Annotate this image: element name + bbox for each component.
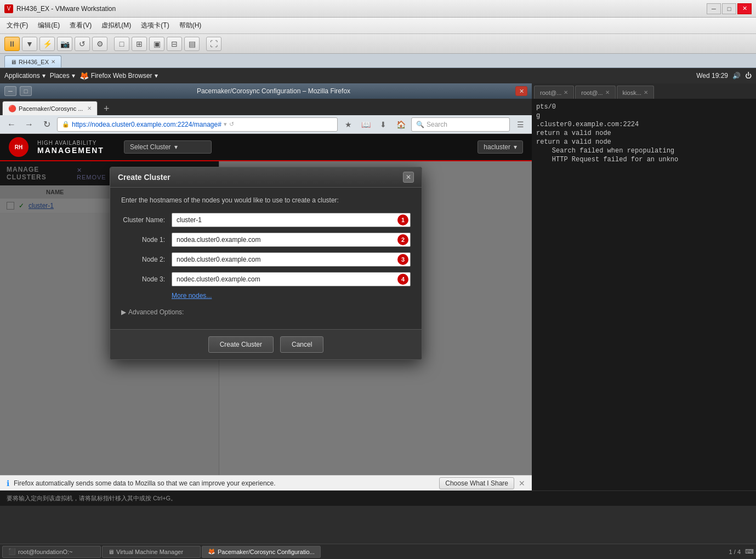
menu-tabs[interactable]: 选项卡(T) xyxy=(137,19,173,32)
menu-vm[interactable]: 虚拟机(M) xyxy=(97,19,135,32)
ff-maximize-btn[interactable]: □ xyxy=(20,86,32,96)
firefox-label: Firefox Web Browser xyxy=(91,72,152,80)
view-tabs[interactable]: ⊞ xyxy=(132,37,147,51)
snapshot-button[interactable]: 📷 xyxy=(57,37,72,51)
terminal-taskbar-icon: ⬛ xyxy=(8,548,16,555)
vm-tab-bar: 🖥 RH436_EX ✕ xyxy=(0,54,756,68)
cancel-button[interactable]: Cancel xyxy=(280,336,323,353)
cluster-name-input[interactable] xyxy=(172,213,411,227)
pacemaker-tab-close[interactable]: ✕ xyxy=(87,105,92,111)
pause-button[interactable]: ⏸ xyxy=(4,37,20,51)
kiosk-tab-close[interactable]: ✕ xyxy=(644,89,648,95)
dialog-title-bar: Create Cluster ✕ xyxy=(110,167,422,188)
menu-hamburger-btn[interactable]: ☰ xyxy=(513,117,527,132)
node2-input[interactable] xyxy=(172,252,411,267)
taskbar-firefox[interactable]: 🦊 Pacemaker/Corosync Configuratio... xyxy=(202,546,321,558)
menu-edit[interactable]: 编辑(E) xyxy=(33,19,64,32)
cluster-select-chevron-icon: ▾ xyxy=(174,143,178,151)
new-tab-button[interactable]: + xyxy=(100,102,113,115)
refresh-button[interactable]: ↻ xyxy=(39,117,54,132)
firefox-window: ─ □ Pacemaker/Corosync Configuration – M… xyxy=(0,83,532,490)
vmm-taskbar-label: Virtual Machine Manager xyxy=(116,549,183,555)
fullscreen-button[interactable]: ⛶ xyxy=(206,37,221,51)
ha-cluster-pill[interactable]: hacluster ▾ xyxy=(478,140,523,154)
close-button[interactable]: ✕ xyxy=(737,3,752,14)
firefox-tab-pacemaker[interactable]: 🔴 Pacemaker/Corosync ... ✕ xyxy=(2,101,98,115)
firefox-tabbar: 🔴 Pacemaker/Corosync ... ✕ + xyxy=(0,99,532,115)
ff-close-btn[interactable]: ✕ xyxy=(515,86,527,96)
gnome-firefox-menu[interactable]: 🦊 Firefox Web Browser ▾ xyxy=(79,71,158,80)
taskbar: ⬛ root@foundationO:~ 🖥 Virtual Machine M… xyxy=(0,544,756,559)
maximize-button[interactable]: □ xyxy=(722,3,736,14)
firefox-titlebar: ─ □ Pacemaker/Corosync Configuration – M… xyxy=(0,83,532,99)
ff-minimize-btn[interactable]: ─ xyxy=(4,86,16,96)
dialog-close-button[interactable]: ✕ xyxy=(403,172,414,183)
places-chevron-icon: ▾ xyxy=(72,72,75,80)
back-button[interactable]: ← xyxy=(4,117,19,132)
view-normal[interactable]: □ xyxy=(114,37,129,51)
more-nodes-link[interactable]: More nodes... xyxy=(172,292,411,300)
power-icon[interactable]: ⏻ xyxy=(745,72,752,80)
terminal-tab-root2[interactable]: root@... ✕ xyxy=(575,86,615,99)
power-button[interactable]: ⚡ xyxy=(39,37,55,51)
terminal-line-9: return a valid node xyxy=(536,138,752,146)
gnome-applications-menu[interactable]: Applications ▾ xyxy=(4,72,46,80)
menu-view[interactable]: 查看(V) xyxy=(65,19,96,32)
home-reader-btn[interactable]: 📖 xyxy=(359,117,373,132)
home-btn[interactable]: 🏠 xyxy=(394,117,408,132)
choose-what-share-button[interactable]: Choose What I Share xyxy=(439,477,514,489)
view-full2[interactable]: ⊟ xyxy=(167,37,182,51)
firefox-taskbar-icon: 🦊 xyxy=(208,548,215,555)
dialog-body: Enter the hostnames of the nodes you wou… xyxy=(110,188,422,329)
cluster-name-row: Cluster Name: 1 xyxy=(121,213,411,227)
url-text: https://nodea.cluster0.example.com:2224/… xyxy=(72,121,221,128)
vmware-logo: V xyxy=(4,4,13,13)
step-4-badge: 4 xyxy=(397,274,408,285)
ha-title-area: HIGH AVAILABILITY MANAGEMENT xyxy=(37,140,104,155)
search-bar[interactable]: 🔍 Search xyxy=(411,117,510,132)
vm-tab-rh436[interactable]: 🖥 RH436_EX ✕ xyxy=(4,55,61,67)
terminal-tab-root1[interactable]: root@... ✕ xyxy=(534,86,574,99)
bookmark-star-btn[interactable]: ★ xyxy=(341,117,355,132)
firefox-icon: 🦊 xyxy=(79,71,89,80)
taskbar-terminal[interactable]: ⬛ root@foundationO:~ xyxy=(2,546,101,558)
toolbar-dropdown[interactable]: ▼ xyxy=(22,37,37,51)
node1-input-wrap: 2 xyxy=(172,233,411,247)
terminal-content[interactable]: pts/0 g .cluster0.example.com:2224 retur… xyxy=(532,99,756,490)
dialog-title: Create Cluster xyxy=(118,173,170,182)
terminal-line-1: pts/0 xyxy=(536,103,752,111)
step-1-badge: 1 xyxy=(397,214,408,225)
ha-cluster-select[interactable]: Select Cluster ▾ xyxy=(124,140,212,154)
settings-button[interactable]: ⚙ xyxy=(92,37,107,51)
download-btn[interactable]: ⬇ xyxy=(376,117,390,132)
root1-tab-close[interactable]: ✕ xyxy=(564,89,568,95)
node3-label: Node 3: xyxy=(121,275,165,283)
create-cluster-button[interactable]: Create Cluster xyxy=(208,336,274,353)
node1-input[interactable] xyxy=(172,233,411,247)
menu-help[interactable]: 帮助(H) xyxy=(175,19,206,32)
root1-tab-label: root@... xyxy=(540,89,561,96)
taskbar-vmm[interactable]: 🖥 Virtual Machine Manager xyxy=(102,546,201,558)
revert-button[interactable]: ↺ xyxy=(75,37,90,51)
terminal-tab-kiosk[interactable]: kiosk... ✕ xyxy=(617,86,654,99)
firefox-infobar: ℹ Firefox automatically sends some data … xyxy=(0,475,532,490)
volume-icon: 🔊 xyxy=(732,72,741,80)
advanced-options-toggle[interactable]: ▶ Advanced Options: xyxy=(121,308,411,316)
vm-tab-close[interactable]: ✕ xyxy=(51,59,55,65)
url-bar[interactable]: 🔒 https://nodea.cluster0.example.com:222… xyxy=(57,117,338,132)
cluster-name-label: Cluster Name: xyxy=(121,216,165,224)
view-full3[interactable]: ▤ xyxy=(184,37,200,51)
kiosk-tab-label: kiosk... xyxy=(623,89,641,96)
terminal-line-10: Search failed when repopulating xyxy=(536,147,752,155)
minimize-button[interactable]: ─ xyxy=(707,3,721,14)
forward-button[interactable]: → xyxy=(22,117,36,132)
menu-file[interactable]: 文件(F) xyxy=(2,19,32,32)
node3-input[interactable] xyxy=(172,272,411,286)
step-3-badge: 3 xyxy=(397,254,408,265)
gnome-places-menu[interactable]: Places ▾ xyxy=(50,72,75,80)
view-full1[interactable]: ▣ xyxy=(149,37,164,51)
infobar-close-button[interactable]: ✕ xyxy=(519,479,525,488)
reload-icon[interactable]: ↺ xyxy=(229,121,234,128)
root2-tab-close[interactable]: ✕ xyxy=(605,89,610,95)
node2-row: Node 2: 3 xyxy=(121,252,411,267)
